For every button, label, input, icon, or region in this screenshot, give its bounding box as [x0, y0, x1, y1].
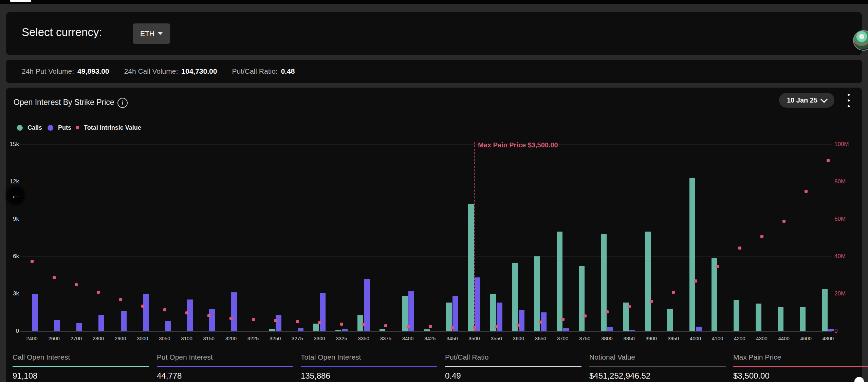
back-arrow-icon: ← [11, 191, 20, 200]
currency-value: ETH [140, 30, 154, 38]
put-volume-stat: 24h Put Volume:49,893.00 [22, 67, 109, 75]
chevron-down-icon [158, 32, 163, 35]
kebab-menu-icon[interactable] [845, 94, 852, 107]
max-pain-line [474, 142, 475, 331]
legend-calls[interactable]: Calls [17, 124, 42, 131]
browser-top-strip [0, 0, 868, 4]
select-currency-label: Select currency: [22, 26, 102, 39]
screen: Select currency: ETH 24h Put Volume:49,8… [0, 0, 868, 382]
browser-tab-sliver [10, 0, 31, 2]
call-volume-stat: 24h Call Volume:104,730.00 [124, 67, 217, 75]
open-interest-chart-panel [6, 88, 862, 382]
card-notional-value: Notional Value $451,252,946.52 [589, 353, 726, 381]
card-total-open-interest: Total Open Interest 135,886 [301, 353, 437, 381]
back-button[interactable]: ← [7, 187, 24, 204]
chevron-down-icon [820, 95, 828, 103]
card-put-call-ratio: Put/Call Ratio 0.49 [445, 353, 581, 381]
max-pain-annotation: Max Pain Price $3,500.00 [478, 141, 558, 149]
calls-swatch [17, 125, 23, 131]
divider [6, 119, 862, 119]
legend-puts[interactable]: Puts [48, 124, 71, 131]
card-max-pain-price: Max Pain Price $3,500.00 [733, 353, 868, 381]
intrinsic-swatch [76, 126, 79, 129]
info-icon[interactable]: i [117, 98, 128, 108]
legend-intrinsic[interactable]: Total Intrinsic Value [76, 124, 141, 131]
currency-header-panel: Select currency: ETH [6, 12, 862, 55]
puts-swatch [48, 125, 53, 131]
card-call-open-interest: Call Open Interest 91,108 [13, 353, 149, 381]
chart-title: Open Interest By Strike Price [14, 98, 114, 107]
volume-stats-panel: 24h Put Volume:49,893.00 24h Call Volume… [6, 60, 862, 83]
expiry-date-dropdown[interactable]: 10 Jan 25 [779, 93, 834, 108]
card-put-open-interest: Put Open Interest 44,778 [157, 353, 293, 381]
put-call-ratio-stat: Put/Call Ratio:0.48 [232, 67, 295, 75]
currency-dropdown-button[interactable]: ETH [133, 23, 170, 44]
